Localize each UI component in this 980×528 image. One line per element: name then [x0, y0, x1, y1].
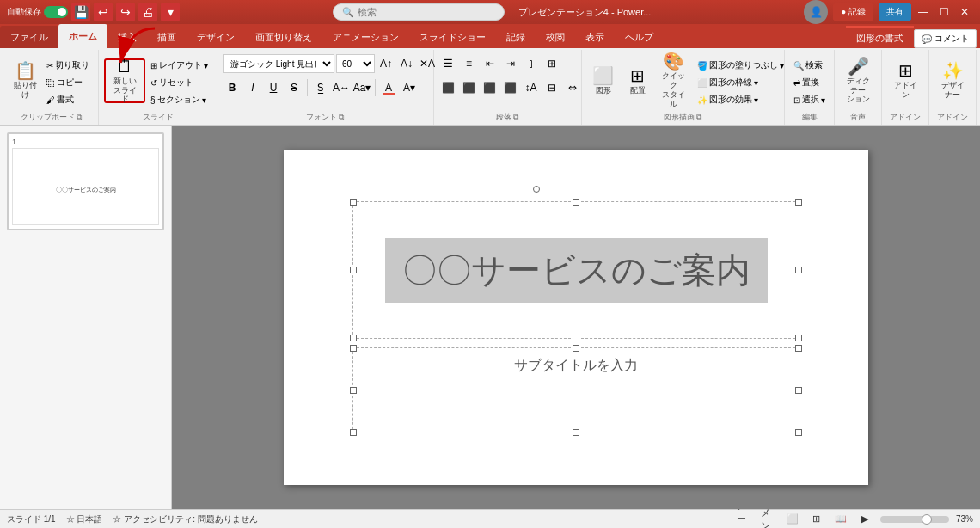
slide-title-box[interactable]: 〇〇サービスのご案内 — [352, 201, 799, 339]
replace-button[interactable]: ⇄ 置換 — [790, 75, 829, 90]
comments-button[interactable]: 💬 コメント — [914, 29, 977, 48]
comments-status-btn[interactable]: コメント — [760, 512, 777, 527]
new-slide-highlight[interactable]: 🗒 新しい スライド — [104, 58, 145, 103]
decrease-font-btn[interactable]: A↓ — [397, 54, 416, 73]
record-button[interactable]: ● 記録 — [833, 3, 873, 21]
slide-subtitle-text[interactable]: サブタイトルを入力 — [514, 357, 638, 375]
numbering-btn[interactable]: ≡ — [460, 54, 479, 73]
designer-button[interactable]: ✨ デザイ ナー — [934, 59, 971, 102]
strike-btn[interactable]: S — [285, 78, 303, 97]
tab-transitions[interactable]: 画面切り替え — [245, 26, 322, 48]
new-slide-button[interactable]: 🗒 新しい スライド — [107, 61, 143, 101]
canvas-area[interactable]: 〇〇サービスのご案内 サブタイトルを入力 — [172, 126, 980, 509]
underline-btn[interactable]: U — [264, 78, 283, 97]
shape-outline-button[interactable]: ⬜ 図形の枠線▾ — [694, 75, 787, 90]
shadow-btn[interactable]: S̲ — [311, 78, 330, 97]
drawing-expand-icon[interactable]: ⧉ — [696, 113, 701, 122]
font-family-select[interactable]: 游ゴシック Light 見出し — [223, 54, 334, 73]
reset-button[interactable]: ↺ リセット — [147, 75, 211, 90]
handle-bl-title[interactable] — [350, 335, 357, 341]
tab-file[interactable]: ファイル — [0, 26, 58, 48]
align-left-btn[interactable]: ⬛ — [439, 78, 458, 97]
select-button[interactable]: ⊡ 選択▾ — [790, 92, 829, 107]
slide-subtitle-box[interactable]: サブタイトルを入力 — [352, 347, 799, 433]
arrange-button[interactable]: ⊞ 配置 — [622, 59, 654, 102]
search-box[interactable]: 🔍 — [333, 3, 505, 21]
slideshow-btn[interactable]: ▶ — [856, 512, 873, 527]
para-group-expand-icon[interactable]: ⧉ — [513, 113, 518, 122]
tab-shape-format[interactable]: 図形の書式 — [846, 26, 914, 48]
shapes-button[interactable]: ⬜ 図形 — [587, 59, 620, 102]
tab-design[interactable]: デザイン — [187, 26, 245, 48]
handle-br-title[interactable] — [795, 335, 802, 341]
reading-view-btn[interactable]: 📖 — [832, 512, 849, 527]
dictation-button[interactable]: 🎤 ディクテー ション — [840, 59, 876, 102]
handle-mr-sub[interactable] — [795, 387, 802, 394]
layout-button[interactable]: ⊞ レイアウト▾ — [147, 58, 211, 73]
spacing-btn[interactable]: A↔ — [332, 78, 351, 97]
handle-tm-title[interactable] — [573, 199, 579, 206]
tab-draw[interactable]: 描画 — [147, 26, 187, 48]
save-btn[interactable]: 💾 — [71, 3, 90, 21]
handle-tm-sub[interactable] — [573, 345, 579, 352]
align-center-btn[interactable]: ⬛ — [460, 78, 479, 97]
handle-bm-sub[interactable] — [573, 429, 579, 436]
share-button[interactable]: 共有 — [879, 3, 911, 21]
copy-button[interactable]: ⿻ コピー — [43, 75, 93, 90]
customize-btn[interactable]: ▾ — [161, 3, 180, 21]
increase-indent-btn[interactable]: ⇥ — [501, 54, 520, 73]
highlight-btn[interactable]: A▾ — [400, 78, 419, 97]
minimize-btn[interactable]: — — [915, 4, 932, 20]
zoom-slider[interactable] — [880, 516, 949, 523]
italic-btn[interactable]: I — [243, 78, 262, 97]
justify-btn[interactable]: ⬛ — [501, 78, 520, 97]
columns-btn[interactable]: ⫿ — [522, 54, 541, 73]
handle-bm-title[interactable] — [573, 335, 579, 341]
shape-effects-button[interactable]: ✨ 図形の効果▾ — [694, 92, 787, 107]
handle-tr-sub[interactable] — [795, 345, 802, 352]
find-button[interactable]: 🔍 検索 — [790, 58, 829, 73]
group-expand-icon[interactable]: ⧉ — [77, 113, 82, 122]
increase-font-btn[interactable]: A↑ — [377, 54, 395, 73]
handle-ml-sub[interactable] — [350, 387, 357, 394]
align-right-btn[interactable]: ⬛ — [481, 78, 499, 97]
paste-button[interactable]: 📋 貼り付け — [9, 59, 41, 102]
tab-record[interactable]: 記録 — [496, 26, 536, 48]
tab-home[interactable]: ホーム — [58, 24, 107, 48]
handle-ml-title[interactable] — [350, 267, 357, 273]
accessibility-label[interactable]: ☆ アクセシビリティ: 問題ありません — [113, 513, 257, 525]
handle-mr-title[interactable] — [795, 267, 802, 273]
profile-avatar[interactable]: 👤 — [804, 0, 828, 24]
search-input[interactable] — [358, 7, 487, 17]
handle-bl-sub[interactable] — [350, 429, 357, 436]
autosave-toggle[interactable]: 自動保存 — [7, 6, 68, 18]
handle-br-sub[interactable] — [795, 429, 802, 436]
rotate-handle-title[interactable] — [533, 186, 540, 193]
print-btn[interactable]: 🖨 — [138, 3, 157, 21]
tab-help[interactable]: ヘルプ — [615, 26, 664, 48]
addin-button[interactable]: ⊞ アドイン — [887, 59, 923, 102]
text-direction-btn[interactable]: ↕A — [522, 78, 541, 97]
slide-thumbnail-1[interactable]: 1 〇〇サービスのご案内 — [7, 132, 164, 230]
slide-sorter-btn[interactable]: ⊞ — [808, 512, 825, 527]
slide-title-text[interactable]: 〇〇サービスのご案内 — [385, 238, 768, 303]
font-size-select[interactable]: 60 — [336, 54, 375, 73]
smart-art-btn[interactable]: ⊞ — [542, 54, 561, 73]
close-btn[interactable]: ✕ — [956, 4, 973, 20]
notes-btn[interactable]: ノート — [736, 512, 753, 527]
handle-tl-title[interactable] — [350, 199, 357, 206]
quick-styles-button[interactable]: 🎨 クイック スタイル — [656, 59, 692, 102]
tab-view[interactable]: 表示 — [575, 26, 615, 48]
tab-animations[interactable]: アニメーション — [322, 26, 409, 48]
shape-fill-button[interactable]: 🪣 図形の塗りつぶし▾ — [694, 58, 787, 73]
section-button[interactable]: § セクション▾ — [147, 92, 211, 107]
convert-smartart-btn[interactable]: ⇔ — [563, 78, 582, 97]
redo-btn[interactable]: ↪ — [116, 3, 135, 21]
zoom-thumb[interactable] — [922, 514, 932, 525]
case-btn[interactable]: Aa▾ — [352, 78, 371, 97]
font-color-btn[interactable]: A — [379, 78, 398, 97]
bold-btn[interactable]: B — [223, 78, 242, 97]
handle-tl-sub[interactable] — [350, 345, 357, 352]
font-group-expand-icon[interactable]: ⧉ — [339, 113, 344, 122]
tab-insert[interactable]: 挿入 — [107, 26, 147, 48]
